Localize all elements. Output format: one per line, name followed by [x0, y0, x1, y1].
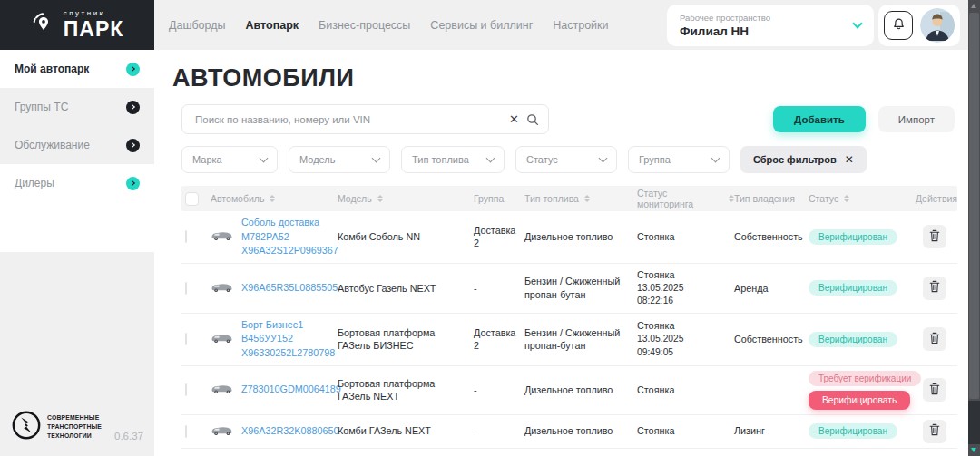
- filter-group[interactable]: Группа: [628, 146, 730, 173]
- van-icon: [211, 228, 234, 245]
- delete-button[interactable]: [923, 225, 946, 248]
- vehicle-link[interactable]: Z783010GDM0064189: [241, 383, 341, 397]
- vehicle-link[interactable]: Борт Бизнес1: [241, 318, 335, 333]
- brand-logo[interactable]: спутник ПАРК: [0, 0, 154, 50]
- monitoring-status-cell: Стоянка: [637, 230, 734, 244]
- trash-icon: [929, 280, 940, 296]
- sidebar-item-dealers[interactable]: Дилеры: [0, 164, 154, 202]
- column-header[interactable]: Статус: [808, 193, 916, 204]
- search-input[interactable]: [193, 113, 502, 126]
- ownership-cell: Собственность: [734, 230, 808, 244]
- delete-button[interactable]: [923, 327, 946, 351]
- verify-button[interactable]: Верифицировать: [808, 391, 910, 410]
- workspace-selector[interactable]: Рабочее пространство Филиал НН: [667, 5, 874, 46]
- sort-icon[interactable]: [270, 195, 275, 202]
- sort-icon[interactable]: [584, 195, 590, 202]
- vehicle-link[interactable]: В456УУ152: [241, 332, 335, 346]
- sidebar-item-label: Обслуживание: [15, 139, 126, 151]
- vehicle-cell: Борт Бизнес1В456УУ152X96330252L2780798: [211, 318, 338, 361]
- scroll-up-arrow-icon[interactable]: [971, 4, 976, 8]
- workspace-texts: Рабочее пространство Филиал НН: [680, 13, 854, 38]
- group-cell: Доставка 2: [474, 326, 524, 353]
- nav-item-autopark[interactable]: Автопарк: [246, 19, 299, 32]
- brand-pin-icon: [31, 11, 56, 40]
- trash-icon: [929, 229, 940, 245]
- trash-icon: [929, 383, 940, 398]
- table-row: X96A32R32K0880650 Комби ГАЗель NEXT - Ди…: [181, 415, 957, 449]
- clear-search-icon[interactable]: ✕: [502, 112, 526, 126]
- status-cell: Верифицирован: [808, 332, 916, 347]
- chevron-down-icon: [486, 153, 495, 162]
- sort-icon[interactable]: [844, 195, 849, 202]
- nav-item-settings[interactable]: Настройки: [553, 19, 608, 32]
- actions-cell: [916, 327, 957, 351]
- stt-logo-icon: [11, 410, 42, 444]
- delete-button[interactable]: [923, 420, 946, 443]
- filter-fuel-type[interactable]: Тип топлива: [401, 146, 505, 173]
- vehicle-link[interactable]: М782РА52: [241, 230, 338, 245]
- user-avatar[interactable]: [920, 8, 955, 43]
- import-button[interactable]: Импорт: [878, 106, 955, 132]
- fuel-cell: Дизельное топливо: [524, 383, 637, 397]
- column-header[interactable]: Тип топлива: [524, 193, 637, 204]
- vehicle-links: X96A32R32K0880650: [241, 424, 338, 439]
- nav-item-services-billing[interactable]: Сервисы и биллинг: [430, 19, 533, 32]
- column-header-label: Статус мониторинга: [637, 188, 723, 209]
- filter-placeholder: Марка: [192, 154, 222, 165]
- van-icon: [211, 280, 234, 296]
- delete-button[interactable]: [923, 277, 946, 300]
- scroll-down-arrow-icon[interactable]: [971, 448, 976, 452]
- add-button[interactable]: Добавить: [773, 106, 866, 132]
- scrollbar-thumb[interactable]: [969, 13, 979, 399]
- vehicle-cell: X96A65R35L0885505: [211, 280, 338, 296]
- reset-filters-button[interactable]: Сброс фильтров ✕: [740, 146, 867, 173]
- column-header-label: Автомобиль: [211, 193, 264, 204]
- row-checkbox[interactable]: [185, 333, 187, 345]
- nav-item-dashboards[interactable]: Дашборды: [169, 19, 226, 32]
- column-header-label: Тип владения: [734, 193, 795, 204]
- stt-logo-text: СОВРЕМЕННЫЕ ТРАНСПОРТНЫЕ ТЕХНОЛОГИИ: [47, 413, 102, 441]
- filter-status[interactable]: Статус: [515, 146, 617, 173]
- vehicle-link[interactable]: Соболь доставка: [241, 216, 338, 230]
- column-header[interactable]: Тип владения: [734, 193, 808, 204]
- row-checkbox[interactable]: [185, 282, 187, 295]
- sort-icon[interactable]: [377, 195, 383, 202]
- column-header[interactable]: Автомобиль: [211, 193, 338, 204]
- vehicles-table: Автомобиль Модель Группа Тип топлива Ста…: [181, 186, 957, 456]
- select-all-checkbox[interactable]: [185, 192, 199, 206]
- vertical-scrollbar[interactable]: [968, 0, 980, 456]
- vehicle-link[interactable]: X96A32S12P0969367: [241, 244, 338, 258]
- vehicle-link[interactable]: X96A65R35L0885505: [241, 281, 338, 296]
- group-cell: -: [474, 282, 524, 296]
- model-cell: Автобус Газель NEXT: [338, 282, 474, 296]
- sidebar-item-vehicle-groups[interactable]: Группы ТС: [0, 88, 154, 126]
- filter-brand[interactable]: Марка: [181, 146, 278, 173]
- search-icon[interactable]: [526, 113, 539, 126]
- vehicle-links: Z783010GDM0064189: [241, 383, 341, 397]
- notifications-button[interactable]: [884, 11, 913, 40]
- delete-button[interactable]: [923, 378, 946, 402]
- row-checkbox[interactable]: [185, 425, 187, 438]
- sidebar-item-maintenance[interactable]: Обслуживание: [0, 126, 154, 164]
- nav-item-business-processes[interactable]: Бизнес-процессы: [318, 19, 410, 32]
- filter-model[interactable]: Модель: [289, 146, 390, 173]
- row-checkbox[interactable]: [185, 383, 187, 396]
- van-icon: [211, 331, 234, 347]
- column-header[interactable]: Статус мониторинга: [637, 188, 734, 209]
- group-cell: -: [474, 424, 524, 438]
- chevron-down-icon: [599, 153, 608, 162]
- vehicle-cell: X96A32R32K0880650: [211, 423, 338, 440]
- van-icon: [211, 382, 234, 398]
- sidebar-item-my-autopark[interactable]: Мой автопарк: [0, 50, 154, 88]
- vehicle-link[interactable]: X96A32R32K0880650: [241, 424, 338, 439]
- column-header[interactable]: Действия: [916, 193, 970, 204]
- row-checkbox[interactable]: [185, 230, 187, 243]
- column-header[interactable]: Модель: [338, 193, 474, 204]
- page-title: АВТОМОБИЛИ: [172, 64, 968, 92]
- column-header-label: Тип топлива: [524, 193, 579, 204]
- column-header[interactable]: Группа: [474, 193, 524, 204]
- main-content: АВТОМОБИЛИ ✕ Добавить Импорт Марка: [154, 50, 968, 456]
- monitoring-status-cell: Стоянка: [637, 424, 734, 438]
- vehicle-link[interactable]: X96330252L2780798: [241, 346, 335, 361]
- chevron-right-icon: [126, 177, 140, 190]
